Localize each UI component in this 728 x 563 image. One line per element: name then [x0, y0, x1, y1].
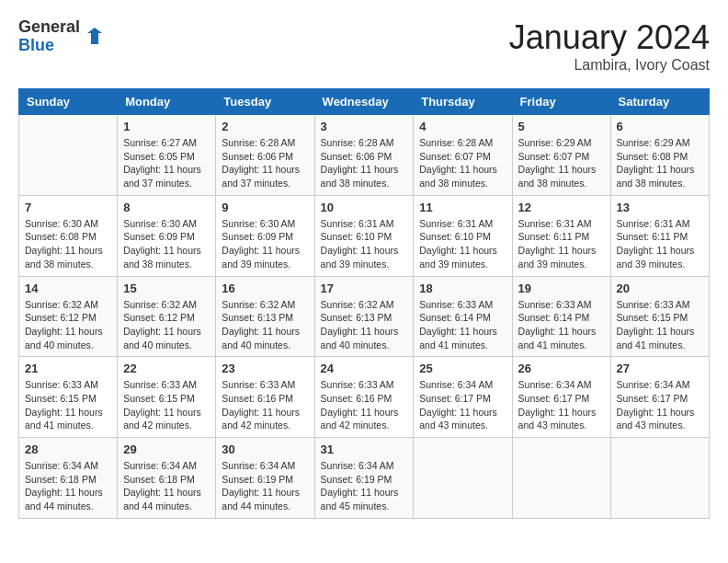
logo-icon [84, 26, 106, 48]
calendar-cell: 13Sunrise: 6:31 AM Sunset: 6:11 PM Dayli… [610, 195, 709, 276]
calendar-cell: 8Sunrise: 6:30 AM Sunset: 6:09 PM Daylig… [118, 195, 216, 276]
day-number: 19 [518, 282, 605, 295]
day-header-friday: Friday [512, 89, 610, 115]
calendar-cell: 7Sunrise: 6:30 AM Sunset: 6:08 PM Daylig… [19, 195, 118, 276]
calendar-week-row: 14Sunrise: 6:32 AM Sunset: 6:12 PM Dayli… [19, 276, 710, 357]
day-number: 9 [222, 201, 308, 214]
page-header: General Blue January 2024 Lambira, Ivory… [18, 18, 710, 74]
cell-content: Sunrise: 6:32 AM Sunset: 6:12 PM Dayligh… [25, 298, 111, 352]
day-header-monday: Monday [118, 89, 216, 115]
day-number: 12 [518, 201, 605, 214]
day-header-saturday: Saturday [610, 89, 709, 115]
cell-content: Sunrise: 6:33 AM Sunset: 6:15 PM Dayligh… [617, 298, 703, 352]
day-number: 20 [617, 282, 703, 295]
calendar-table: SundayMondayTuesdayWednesdayThursdayFrid… [18, 88, 710, 519]
calendar-cell: 20Sunrise: 6:33 AM Sunset: 6:15 PM Dayli… [610, 276, 709, 357]
logo: General Blue [18, 18, 106, 55]
calendar-cell: 9Sunrise: 6:30 AM Sunset: 6:09 PM Daylig… [216, 195, 314, 276]
cell-content: Sunrise: 6:29 AM Sunset: 6:08 PM Dayligh… [617, 136, 703, 190]
calendar-cell: 25Sunrise: 6:34 AM Sunset: 6:17 PM Dayli… [414, 357, 512, 438]
calendar-cell: 24Sunrise: 6:33 AM Sunset: 6:16 PM Dayli… [314, 357, 414, 438]
calendar-cell: 26Sunrise: 6:34 AM Sunset: 6:17 PM Dayli… [512, 357, 610, 438]
day-number: 26 [518, 362, 605, 375]
calendar-cell: 19Sunrise: 6:33 AM Sunset: 6:14 PM Dayli… [512, 276, 610, 357]
month-title: January 2024 [509, 18, 710, 57]
cell-content: Sunrise: 6:27 AM Sunset: 6:05 PM Dayligh… [123, 136, 210, 190]
day-number: 14 [25, 282, 111, 295]
calendar-cell [19, 115, 118, 196]
cell-content: Sunrise: 6:33 AM Sunset: 6:16 PM Dayligh… [321, 378, 408, 432]
cell-content: Sunrise: 6:28 AM Sunset: 6:07 PM Dayligh… [419, 136, 506, 190]
calendar-cell: 12Sunrise: 6:31 AM Sunset: 6:11 PM Dayli… [512, 195, 610, 276]
day-number: 6 [617, 120, 703, 133]
cell-content: Sunrise: 6:34 AM Sunset: 6:18 PM Dayligh… [123, 459, 210, 513]
calendar-cell: 16Sunrise: 6:32 AM Sunset: 6:13 PM Dayli… [216, 276, 314, 357]
cell-content: Sunrise: 6:28 AM Sunset: 6:06 PM Dayligh… [222, 136, 308, 190]
cell-content: Sunrise: 6:30 AM Sunset: 6:09 PM Dayligh… [222, 217, 308, 271]
day-number: 10 [321, 201, 408, 214]
calendar-cell: 23Sunrise: 6:33 AM Sunset: 6:16 PM Dayli… [216, 357, 314, 438]
cell-content: Sunrise: 6:33 AM Sunset: 6:15 PM Dayligh… [123, 378, 210, 432]
calendar-cell: 31Sunrise: 6:34 AM Sunset: 6:19 PM Dayli… [314, 438, 414, 519]
day-number: 28 [25, 442, 111, 456]
day-number: 15 [123, 282, 210, 295]
logo-general-text: General [18, 18, 80, 37]
calendar-cell: 18Sunrise: 6:33 AM Sunset: 6:14 PM Dayli… [414, 276, 512, 357]
day-number: 3 [321, 120, 408, 133]
cell-content: Sunrise: 6:34 AM Sunset: 6:17 PM Dayligh… [617, 378, 703, 432]
calendar-week-row: 21Sunrise: 6:33 AM Sunset: 6:15 PM Dayli… [19, 357, 710, 438]
calendar-cell: 5Sunrise: 6:29 AM Sunset: 6:07 PM Daylig… [512, 115, 610, 196]
day-number: 8 [123, 201, 210, 214]
calendar-cell: 10Sunrise: 6:31 AM Sunset: 6:10 PM Dayli… [314, 195, 414, 276]
day-number: 16 [222, 282, 308, 295]
title-block: January 2024 Lambira, Ivory Coast [509, 18, 710, 74]
day-number: 17 [321, 282, 408, 295]
cell-content: Sunrise: 6:33 AM Sunset: 6:14 PM Dayligh… [419, 298, 506, 352]
cell-content: Sunrise: 6:31 AM Sunset: 6:10 PM Dayligh… [419, 217, 506, 271]
cell-content: Sunrise: 6:34 AM Sunset: 6:17 PM Dayligh… [518, 378, 605, 432]
day-number: 4 [419, 120, 506, 133]
calendar-cell: 6Sunrise: 6:29 AM Sunset: 6:08 PM Daylig… [610, 115, 709, 196]
day-number: 1 [123, 120, 210, 133]
calendar-header-row: SundayMondayTuesdayWednesdayThursdayFrid… [19, 89, 710, 115]
cell-content: Sunrise: 6:34 AM Sunset: 6:19 PM Dayligh… [321, 459, 408, 513]
cell-content: Sunrise: 6:33 AM Sunset: 6:15 PM Dayligh… [25, 378, 111, 432]
logo-blue-text: Blue [18, 37, 80, 55]
day-number: 11 [419, 201, 506, 214]
calendar-week-row: 7Sunrise: 6:30 AM Sunset: 6:08 PM Daylig… [19, 195, 710, 276]
calendar-week-row: 1Sunrise: 6:27 AM Sunset: 6:05 PM Daylig… [19, 115, 710, 196]
calendar-cell: 21Sunrise: 6:33 AM Sunset: 6:15 PM Dayli… [19, 357, 118, 438]
day-number: 31 [321, 442, 408, 456]
cell-content: Sunrise: 6:32 AM Sunset: 6:13 PM Dayligh… [321, 298, 408, 352]
calendar-cell [512, 438, 610, 519]
cell-content: Sunrise: 6:34 AM Sunset: 6:19 PM Dayligh… [222, 459, 308, 513]
calendar-cell: 4Sunrise: 6:28 AM Sunset: 6:07 PM Daylig… [414, 115, 512, 196]
calendar-cell: 17Sunrise: 6:32 AM Sunset: 6:13 PM Dayli… [314, 276, 414, 357]
day-header-sunday: Sunday [19, 89, 118, 115]
day-number: 25 [419, 362, 506, 375]
cell-content: Sunrise: 6:29 AM Sunset: 6:07 PM Dayligh… [518, 136, 605, 190]
calendar-cell [414, 438, 512, 519]
calendar-cell: 14Sunrise: 6:32 AM Sunset: 6:12 PM Dayli… [19, 276, 118, 357]
day-header-wednesday: Wednesday [314, 89, 414, 115]
day-number: 21 [25, 362, 111, 375]
calendar-cell: 22Sunrise: 6:33 AM Sunset: 6:15 PM Dayli… [118, 357, 216, 438]
day-number: 29 [123, 442, 210, 456]
calendar-week-row: 28Sunrise: 6:34 AM Sunset: 6:18 PM Dayli… [19, 438, 710, 519]
day-number: 18 [419, 282, 506, 295]
day-number: 22 [123, 362, 210, 375]
cell-content: Sunrise: 6:32 AM Sunset: 6:13 PM Dayligh… [222, 298, 308, 352]
calendar-cell: 1Sunrise: 6:27 AM Sunset: 6:05 PM Daylig… [118, 115, 216, 196]
day-number: 2 [222, 120, 308, 133]
cell-content: Sunrise: 6:28 AM Sunset: 6:06 PM Dayligh… [321, 136, 408, 190]
cell-content: Sunrise: 6:34 AM Sunset: 6:17 PM Dayligh… [419, 378, 506, 432]
cell-content: Sunrise: 6:32 AM Sunset: 6:12 PM Dayligh… [123, 298, 210, 352]
day-number: 30 [222, 442, 308, 456]
calendar-cell: 29Sunrise: 6:34 AM Sunset: 6:18 PM Dayli… [118, 438, 216, 519]
calendar-cell: 15Sunrise: 6:32 AM Sunset: 6:12 PM Dayli… [118, 276, 216, 357]
calendar-cell: 28Sunrise: 6:34 AM Sunset: 6:18 PM Dayli… [19, 438, 118, 519]
cell-content: Sunrise: 6:33 AM Sunset: 6:16 PM Dayligh… [222, 378, 308, 432]
calendar-cell: 2Sunrise: 6:28 AM Sunset: 6:06 PM Daylig… [216, 115, 314, 196]
day-number: 13 [617, 201, 703, 214]
cell-content: Sunrise: 6:34 AM Sunset: 6:18 PM Dayligh… [25, 459, 111, 513]
